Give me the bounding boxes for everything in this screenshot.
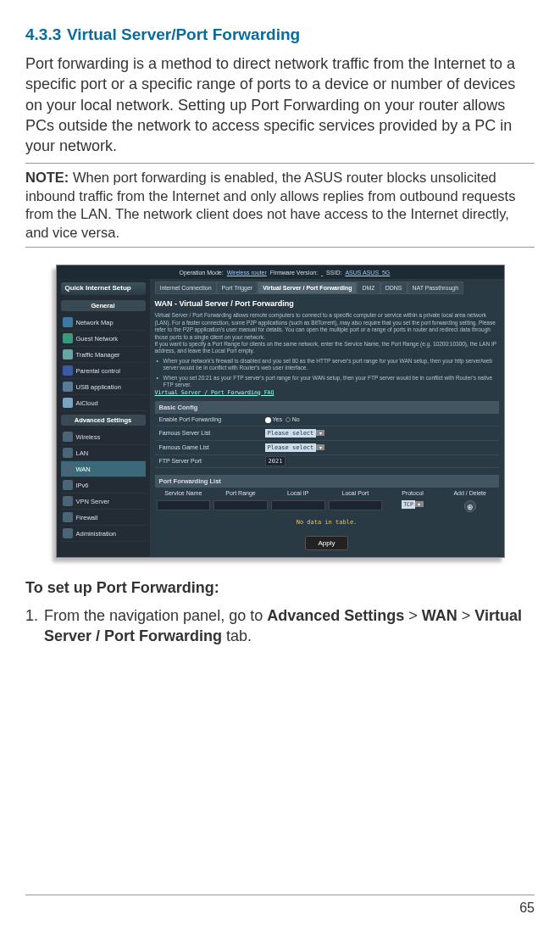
sidebar-item-network-map[interactable]: Network Map [61,315,146,331]
sidebar-item-ipv6[interactable]: IPv6 [61,477,146,493]
tab-ddns[interactable]: DDNS [380,282,408,294]
quick-setup-button[interactable]: Quick Internet Setup [61,282,146,295]
service-name-input[interactable] [157,500,211,510]
col-protocol: Protocol [384,490,441,496]
tab-nat-passthrough[interactable]: NAT Passthrough [408,282,464,294]
col-port-range: Port Range [212,490,269,496]
sidebar-item-lan[interactable]: LAN [61,445,146,461]
parental-control-icon [63,365,73,376]
wan-tabs: Internet Connection Port Trigger Virtual… [155,282,499,294]
tab-port-trigger[interactable]: Port Trigger [217,282,258,294]
section-number: 4.3.3 [25,25,61,43]
port-range-input[interactable] [213,500,268,510]
vpn-server-icon [63,496,73,506]
ftp-port-input[interactable]: 2021 [265,456,286,466]
note-block: NOTE: When port forwarding is enabled, t… [25,163,535,248]
ssid-label: SSID: [326,270,341,276]
pf-list-header: Port Forwarding List [155,475,499,488]
sidebar-general-header: General [61,300,146,311]
op-mode-label: Operation Mode: [180,270,224,276]
router-screenshot: Operation Mode: Wireless router Firmware… [56,265,505,557]
sidebar-item-administration[interactable]: Administration [61,526,146,542]
tab-internet-connection[interactable]: Internet Connection [155,282,217,294]
tab-dmz[interactable]: DMZ [357,282,380,294]
usb-application-icon [63,382,73,392]
local-ip-input[interactable] [271,500,325,510]
sidebar-item-wan[interactable]: WAN [61,461,146,477]
enable-pf-label: Enable Port Forwarding [155,416,265,422]
local-port-input[interactable] [329,500,383,510]
main-description: Virtual Server / Port Forwarding allows … [155,312,499,341]
col-service-name: Service Name [155,490,213,496]
sidebar-item-guest-network[interactable]: Guest Network [61,331,146,347]
sidebar-item-parental-control[interactable]: Parental control [61,363,146,379]
op-mode-value: Wireless router [227,270,267,276]
screenshot-topbar: Operation Mode: Wireless router Firmware… [57,265,504,279]
section-title: Virtual Server/Port Forwarding [67,25,300,43]
bullet-2: When you set 20:21 as your FTP server's … [155,375,499,389]
sidebar-item-usb-application[interactable]: USB application [61,379,146,395]
pf-list-columns: Service Name Port Range Local IP Local P… [155,488,499,499]
no-data-message: No data in table. [155,514,499,531]
chevron-down-icon: ▾ [415,501,424,507]
note-label: NOTE: [25,170,69,185]
firewall-icon [63,512,73,522]
traffic-manager-icon [63,349,73,360]
col-add-delete: Add / Delete [441,490,499,496]
step-number: 1. [25,605,38,626]
col-local-port: Local Port [327,490,385,496]
ftp-port-label: FTP Server Port [155,458,265,464]
famous-server-select[interactable]: Please select [265,429,317,438]
fw-label: Firmware Version: [270,270,318,276]
famous-game-select[interactable]: Please select [265,443,317,452]
protocol-select[interactable]: TCP [402,500,415,509]
col-local-ip: Local IP [269,490,327,496]
sidebar-item-wireless[interactable]: Wireless [61,429,146,445]
main-panel: Internet Connection Port Trigger Virtual… [150,279,504,556]
add-button[interactable]: ⊕ [464,500,476,512]
bullet-1: When your network's firewall is disabled… [155,358,499,372]
sidebar-advanced-header: Advanced Settings [61,415,146,426]
wan-icon [63,464,73,474]
radio-no[interactable] [286,417,291,422]
main-title: WAN - Virtual Server / Port Forwarding [155,299,499,308]
famous-game-label: Famous Game List [155,444,265,450]
chevron-down-icon: ▾ [316,430,324,436]
lan-icon [63,448,73,458]
famous-server-label: Famous Server List [155,430,265,436]
pf-list-input-row: TCP▾ ⊕ [155,499,499,514]
page-number: 65 [519,900,535,916]
sidebar-item-aicloud[interactable]: AiCloud [61,395,146,411]
faq-link[interactable]: Virtual Server / Port Forwarding FAQ [155,389,274,396]
apply-button[interactable]: Apply [305,536,347,550]
wireless-icon [63,432,73,442]
administration-icon [63,528,73,538]
basic-config-header: Basic Config [155,401,499,414]
sidebar-item-traffic-manager[interactable]: Traffic Manager [61,347,146,363]
setup-header: To set up Port Forwarding: [25,579,535,597]
sidebar-item-firewall[interactable]: Firewall [61,510,146,526]
setup-step-1: 1. From the navigation panel, go to Adva… [25,605,535,647]
sidebar-item-vpn-server[interactable]: VPN Server [61,493,146,510]
radio-yes[interactable] [265,417,271,423]
network-map-icon [63,317,73,327]
main-description-2: If you want to specify a Port Range for … [155,341,499,355]
tab-virtual-server[interactable]: Virtual Server / Port Forwarding [258,282,357,294]
guest-network-icon [63,333,73,343]
footer-divider [25,895,535,895]
ipv6-icon [63,480,73,490]
aicloud-icon [63,398,73,408]
note-text: When port forwarding is enabled, the ASU… [25,170,515,239]
chevron-down-icon: ▾ [316,444,324,450]
intro-paragraph: Port forwarding is a method to direct ne… [25,53,535,156]
sidebar: Quick Internet Setup General Network Map… [57,279,150,556]
section-heading: 4.3.3 Virtual Server/Port Forwarding [25,21,535,45]
ssid-value: ASUS ASUS_5G [345,270,390,276]
